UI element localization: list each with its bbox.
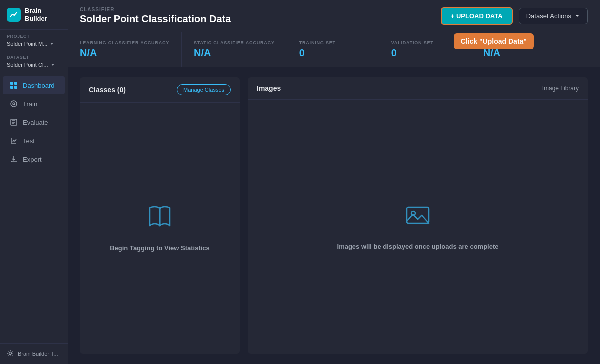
svg-rect-2 [10,86,14,89]
classes-panel-body: Begin Tagging to View Statistics [80,103,240,354]
sidebar-item-evaluate[interactable]: Evaluate [3,114,65,132]
classes-panel: Classes (0) Manage Classes Begin Tagging… [80,78,240,354]
images-empty-text: Images will be displayed once uploads ar… [338,242,499,252]
header-actions: + UPLOAD DATA Dataset Actions Click "Upl… [441,8,588,25]
manage-classes-button[interactable]: Manage Classes [177,84,231,96]
sidebar-item-test[interactable]: Test [3,132,65,150]
stat-training-set: TRAINING SET 0 [300,32,380,67]
content-area: Classes (0) Manage Classes Begin Tagging… [68,68,600,364]
test-icon [10,137,18,145]
evaluate-icon [10,118,18,126]
classes-panel-header: Classes (0) Manage Classes [80,78,240,103]
images-panel-header: Images Image Library [248,78,588,100]
main-content: CLASSIFIER Solder Point Classification D… [68,0,600,364]
images-panel-title: Images [257,84,281,92]
images-panel: Images Image Library Images will be disp… [248,78,588,354]
svg-point-4 [11,101,17,107]
svg-rect-1 [14,82,18,85]
sidebar-item-train-label: Train [23,100,38,108]
page-title: Solder Point Classification Data [80,14,231,25]
sidebar-item-export[interactable]: Export [3,150,65,168]
export-icon [10,156,18,164]
stat-learning-accuracy: LEARNING CLASSIFIER ACCURACY N/A [80,32,182,67]
app-name: Brain Builder [25,7,61,22]
sidebar-nav: Dashboard Train Evaluate [0,76,68,344]
logo-icon [7,8,21,22]
dataset-value[interactable]: Solder Point Cl... [0,62,68,72]
sidebar-item-dashboard[interactable]: Dashboard [3,76,65,94]
classes-panel-title: Classes (0) [89,86,126,94]
dashboard-icon [10,82,18,90]
sidebar-item-evaluate-label: Evaluate [23,119,48,126]
footer-label: Brain Builder T... [18,351,58,357]
sidebar: Brain Builder PROJECT Solder Point M... … [0,0,68,364]
book-icon [147,204,173,236]
page-header: CLASSIFIER Solder Point Classification D… [68,0,600,32]
dataset-label: DATASET [0,51,68,62]
project-label: PROJECT [0,30,68,41]
stat-static-accuracy: STATIC CLASSIFIER ACCURACY N/A [194,32,288,67]
svg-point-5 [13,103,15,105]
upload-tooltip: Click "Upload Data" [454,34,534,50]
gear-icon [7,350,14,358]
train-icon [10,100,18,108]
project-value[interactable]: Solder Point M... [0,41,68,51]
svg-rect-12 [407,208,429,224]
sidebar-item-train[interactable]: Train [3,95,65,113]
images-panel-body: Images will be displayed once uploads ar… [248,100,588,354]
dataset-actions-button[interactable]: Dataset Actions [519,8,588,24]
classes-empty-text: Begin Tagging to View Statistics [110,244,210,254]
sidebar-footer[interactable]: Brain Builder T... [0,344,68,364]
image-icon [405,202,431,234]
svg-rect-3 [14,86,18,89]
sidebar-logo[interactable]: Brain Builder [0,0,68,30]
image-library-button[interactable]: Image Library [542,85,579,92]
sidebar-item-export-label: Export [23,156,42,164]
sidebar-item-dashboard-label: Dashboard [23,82,55,90]
header-left: CLASSIFIER Solder Point Classification D… [80,7,231,25]
svg-point-10 [10,352,12,355]
svg-rect-0 [10,82,14,85]
classifier-label: CLASSIFIER [80,7,231,12]
upload-data-button[interactable]: + UPLOAD DATA [441,8,513,25]
sidebar-item-test-label: Test [23,138,35,145]
